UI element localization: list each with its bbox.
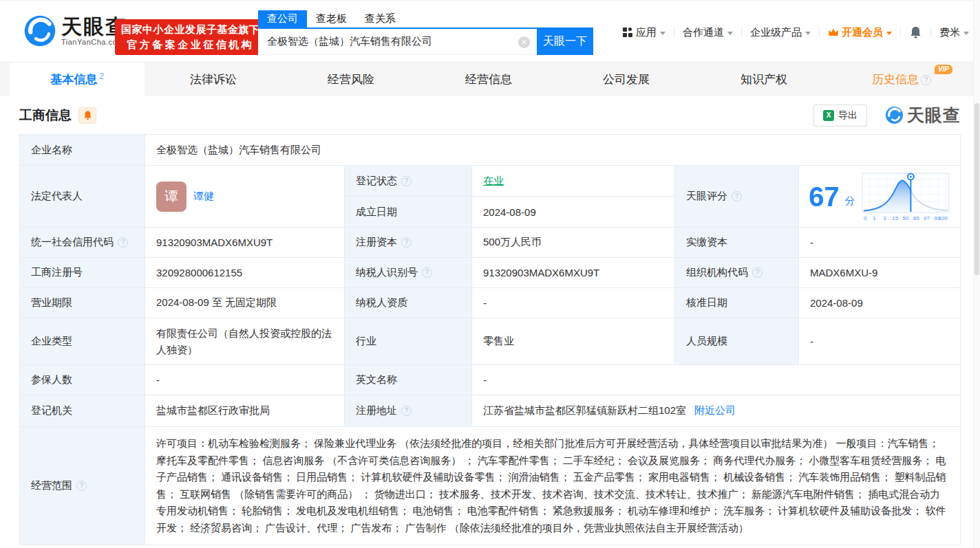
help-icon[interactable]: ?	[76, 481, 87, 491]
score-value: 67	[809, 183, 840, 210]
establish-date-value: 2024-08-09	[472, 197, 675, 228]
crown-icon	[828, 28, 839, 37]
search-button[interactable]: 天眼一下	[537, 28, 593, 55]
search-tab-company[interactable]: 查公司	[258, 10, 307, 28]
field-label: 行业	[345, 318, 472, 365]
field-label: 核准日期	[675, 288, 799, 318]
vip-badge: VIP	[935, 65, 952, 74]
nav-enterprise-label: 企业级产品	[750, 26, 802, 39]
tab-risk[interactable]: 经营风险	[282, 63, 420, 96]
org-code-label: 组织机构代码	[686, 266, 748, 279]
svg-text:15: 15	[892, 215, 898, 221]
tianyancha-logo[interactable]: 天眼查 TianYanCha.com	[23, 14, 127, 47]
export-button[interactable]: X 导出	[813, 105, 867, 127]
watermark-logo: 天眼查	[885, 104, 961, 127]
tab-legal[interactable]: 法律诉讼	[145, 63, 282, 96]
reg-status-link[interactable]: 在业	[483, 175, 504, 188]
field-label: 天眼评分 ?	[675, 166, 799, 228]
field-label: 参保人数	[20, 365, 145, 395]
chevron-down-icon	[727, 32, 733, 35]
help-icon[interactable]: ?	[118, 237, 128, 248]
help-icon[interactable]: ?	[401, 176, 412, 186]
nav-apps[interactable]: 应用	[623, 26, 665, 39]
help-icon[interactable]: ?	[401, 406, 412, 416]
help-icon[interactable]: ?	[732, 191, 742, 201]
tab-development[interactable]: 公司发展	[557, 63, 695, 96]
org-code-value: MADX6MXU-9	[799, 258, 960, 288]
insured-count-value: -	[145, 365, 345, 395]
field-label: 纳税人资质	[345, 288, 472, 318]
svg-text:50: 50	[902, 215, 908, 221]
search-tab-boss[interactable]: 查老板	[307, 10, 356, 28]
reg-address-label: 注册地址	[356, 404, 397, 417]
scrollbar-thumb[interactable]	[974, 103, 979, 275]
reg-capital-label: 注册资本	[356, 236, 397, 249]
search-input[interactable]	[259, 29, 537, 54]
score-cell: 67 分 0131550859799100	[799, 166, 960, 228]
help-icon[interactable]: ?	[752, 267, 763, 278]
top-nav: 应用 合作通道 企业级产品 开通会员 费米	[623, 25, 969, 39]
chevron-down-icon	[805, 32, 811, 35]
chevron-down-icon	[660, 32, 665, 35]
company-type-value: 有限责任公司（自然人投资或控股的法人独资）	[145, 318, 345, 365]
monitor-bell-badge[interactable]	[78, 107, 96, 124]
field-label: 企业类型	[20, 318, 145, 365]
divider	[930, 28, 931, 37]
score-label: 天眼评分	[686, 190, 727, 203]
field-label: 实缴资本	[675, 228, 799, 258]
nav-vip[interactable]: 开通会员	[828, 26, 892, 39]
field-label: 英文名称	[345, 365, 472, 395]
reg-status-cell: 在业	[472, 166, 675, 197]
legal-rep-link[interactable]: 谭健	[193, 190, 214, 203]
field-label: 登记状态 ?	[345, 166, 472, 197]
tab-history[interactable]: VIP 历史信息?	[833, 63, 970, 96]
business-term-value: 2024-08-09 至 无固定期限	[145, 288, 345, 318]
field-label: 企业名称	[20, 135, 145, 166]
tab-operation[interactable]: 经营信息	[420, 63, 557, 96]
nav-enterprise[interactable]: 企业级产品	[750, 26, 811, 39]
help-icon[interactable]: ?	[422, 267, 432, 278]
watermark-logo-icon	[885, 106, 904, 124]
field-label: 营业期限	[20, 288, 145, 318]
scrollbar-track[interactable]	[973, 0, 980, 548]
business-info-table: 企业名称 全极智选（盐城）汽车销售有限公司 法定代表人 谭 谭健 登记状态 ? …	[19, 134, 961, 545]
field-label: 纳税人识别号 ?	[345, 258, 472, 288]
tab-ip[interactable]: 知识产权	[695, 63, 833, 96]
notification-bell-icon[interactable]	[909, 25, 922, 39]
excel-icon: X	[823, 110, 834, 121]
help-icon[interactable]: ?	[921, 75, 931, 85]
divider	[900, 28, 901, 37]
field-label: 统一社会信用代码 ?	[20, 228, 145, 258]
svg-text:3: 3	[883, 215, 886, 221]
divider	[741, 28, 742, 37]
approval-date-value: 2024-08-09	[799, 288, 960, 318]
search-area: 查公司 查老板 查关系 ✕ 天眼一下	[258, 9, 593, 55]
industry-value: 零售业	[472, 318, 675, 365]
taxpayer-id-label: 纳税人识别号	[356, 266, 418, 279]
search-tab-relation[interactable]: 查关系	[356, 10, 405, 28]
svg-text:1: 1	[873, 215, 876, 221]
company-name-value: 全极智选（盐城）汽车销售有限公司	[145, 135, 960, 166]
nearby-companies-link[interactable]: 附近公司	[694, 404, 736, 417]
clear-search-icon[interactable]: ✕	[518, 36, 530, 48]
legal-rep-cell: 谭 谭健	[145, 166, 345, 228]
svg-text:85: 85	[913, 215, 919, 221]
nav-vip-label: 开通会员	[842, 26, 883, 39]
reg-address-cell: 江苏省盐城市盐都区郭猛镇新跃村二组102室 附近公司	[472, 395, 960, 427]
help-icon[interactable]: ?	[401, 237, 412, 248]
field-label: 成立日期	[345, 197, 472, 228]
nav-user[interactable]: 费米	[939, 26, 969, 39]
field-label: 注册地址 ?	[345, 395, 472, 427]
divider	[674, 28, 674, 37]
score-chart: 0131550859799100	[861, 171, 950, 222]
uscc-label: 统一社会信用代码	[31, 236, 114, 249]
top-header: 天眼查 TianYanCha.com 国家中小企业发展子基金旗下 官方备案企业征…	[0, 0, 980, 62]
badge-line2: 官方备案企业征信机构	[121, 37, 260, 52]
watermark-text: 天眼查	[907, 104, 961, 127]
nav-partner[interactable]: 合作通道	[683, 26, 733, 39]
tab-basic-info[interactable]: 基本信息2	[10, 63, 145, 96]
legal-rep-avatar[interactable]: 谭	[156, 182, 187, 212]
apps-grid-icon	[623, 28, 632, 37]
export-label: 导出	[838, 109, 858, 122]
svg-text:0: 0	[864, 215, 867, 221]
